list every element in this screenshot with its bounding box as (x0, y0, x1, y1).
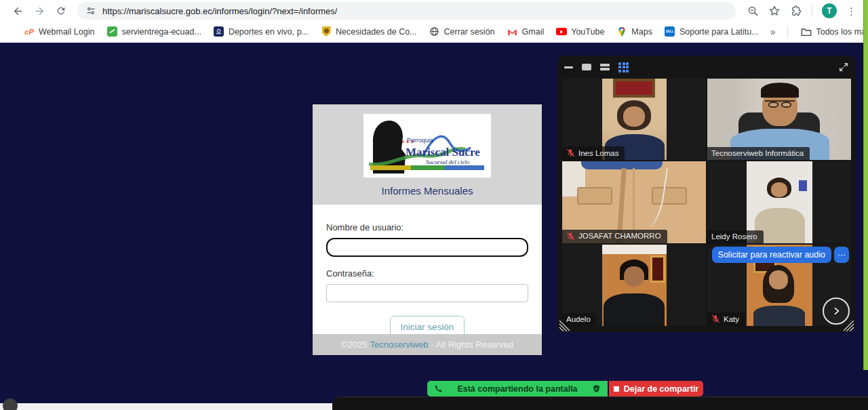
login-card-footer: ©2025 Tecnoserviweb - All Rights Reserve… (313, 334, 542, 355)
site-info-icon[interactable] (85, 5, 96, 16)
parroquia-mariscal-sucre-logo: Parroquia ✳✳✳ Mariscal Sucre Sucursal de… (363, 114, 491, 178)
browser-toolbar: https://mariscalsucre.gob.ec/informes/lo… (0, 0, 868, 22)
participant-name: Leidy Rosero (711, 232, 757, 241)
participant-name: JOSAFAT CHAMORRO (578, 232, 661, 240)
meeting-panel[interactable]: Ines Lomas Tecnoserviweb Informática JOS… (557, 56, 856, 332)
footer-rights: - All Rights Reserved (431, 340, 513, 350)
shield-icon (321, 26, 332, 37)
toolbar-divider (812, 5, 812, 17)
zoom-out-icon[interactable] (747, 5, 759, 17)
stop-share-label: Dejar de compartir (624, 384, 698, 394)
expand-icon[interactable] (838, 62, 849, 73)
participant-name: Ines Lomas (578, 149, 618, 157)
gmail-icon (507, 26, 518, 37)
youtube-icon (556, 26, 567, 37)
back-icon[interactable] (9, 2, 26, 20)
screen-share-border (863, 0, 868, 370)
participant-grid: Ines Lomas Tecnoserviweb Informática JOS… (562, 79, 851, 326)
request-unmute-button[interactable]: Solicitar para reactivar audio (712, 247, 831, 263)
screen-share-bar: Está compartiendo la pantalla Dejar de c… (427, 381, 703, 396)
bookmarks-overflow-icon[interactable]: » (770, 26, 776, 37)
bookmark-necesidades[interactable]: Necesidades de Co... (321, 26, 417, 37)
extensions-icon[interactable] (790, 5, 802, 17)
minimize-icon[interactable] (564, 66, 573, 68)
footer-brand-link[interactable]: Tecnoserviweb (370, 340, 429, 350)
taskbar-edge (0, 403, 334, 410)
speaker-view-icon[interactable] (582, 64, 591, 70)
login-card: Parroquia ✳✳✳ Mariscal Sucre Sucursal de… (313, 104, 542, 355)
sharing-status: Está compartiendo la pantalla (427, 381, 608, 396)
username-label: Nombre de usuario: (326, 222, 528, 232)
shield-check-icon (592, 384, 601, 393)
participant-tile-audelo-active-speaker[interactable]: Audelo (562, 245, 706, 326)
stop-share-button[interactable]: Dejar de compartir (609, 381, 703, 396)
participant-nameplate: JOSAFAT CHAMORRO (562, 230, 667, 243)
cpanel-icon: cP (24, 26, 35, 37)
globe-icon (429, 26, 440, 37)
resize-handle-right[interactable] (844, 321, 854, 331)
page-title: Informes Mensuales (313, 185, 542, 197)
strip-view-icon[interactable] (600, 64, 610, 71)
meeting-toolbar-edge (332, 396, 868, 410)
bookmark-cerrar-sesion[interactable]: Cerrar sesión (429, 26, 495, 37)
url-text[interactable]: https://mariscalsucre.gob.ec/informes/lo… (102, 6, 337, 16)
participant-nameplate: Tecnoserviweb Informática (707, 147, 810, 160)
floating-bubble[interactable] (3, 398, 18, 410)
participant-tile-ines[interactable]: Ines Lomas (562, 79, 706, 160)
chevron-right-icon (831, 306, 842, 316)
footer-year: ©2025 (341, 340, 368, 350)
profile-avatar[interactable]: T (822, 3, 837, 18)
participant-name: Audelo (566, 315, 591, 323)
login-form: Nombre de usuario: Contraseña: Iniciar s… (313, 205, 542, 338)
svg-text:Sucursal del cielo: Sucursal del cielo (426, 159, 470, 165)
mic-muted-icon (566, 148, 575, 157)
participant-video (602, 245, 667, 326)
bookmark-maps[interactable]: Maps (616, 26, 652, 37)
resize-handle-left[interactable] (559, 321, 570, 331)
reload-icon[interactable] (52, 2, 70, 20)
participant-tile-tecnoserviweb[interactable]: Tecnoserviweb Informática (707, 79, 851, 160)
servientrega-icon (106, 26, 117, 37)
participant-name: Tecnoserviweb Informática (711, 149, 804, 157)
svg-text:✳✳✳: ✳✳✳ (401, 139, 414, 145)
bookmark-deportes[interactable]: Deportes en vivo, p... (214, 26, 309, 37)
all-bookmarks-button[interactable]: Todos los marcadores (801, 26, 868, 37)
forward-icon[interactable] (31, 2, 48, 20)
participant-nameplate: Leidy Rosero (707, 230, 764, 243)
participant-tile-josafat[interactable]: JOSAFAT CHAMORRO (562, 161, 706, 243)
username-field[interactable] (326, 238, 528, 257)
participant-name: Katy (724, 315, 739, 323)
svg-text:Mariscal Sucre: Mariscal Sucre (406, 146, 480, 159)
dell-icon: DELL (665, 26, 675, 37)
bookmarks-right-divider (787, 26, 788, 38)
meeting-panel-header (557, 56, 856, 73)
url-bar[interactable]: https://mariscalsucre.gob.ec/informes/lo… (77, 2, 736, 20)
bookmark-gmail[interactable]: Gmail (507, 26, 545, 37)
gallery-view-icon[interactable] (618, 62, 629, 73)
folder-icon (801, 26, 812, 37)
bookmark-webmail[interactable]: cP Webmail Login (24, 26, 94, 37)
login-card-header: Parroquia ✳✳✳ Mariscal Sucre Sucursal de… (313, 104, 542, 205)
phone-icon (434, 384, 443, 393)
mic-muted-icon (566, 232, 575, 241)
participant-nameplate: Katy (707, 312, 745, 326)
participant-nameplate: Ines Lomas (562, 146, 625, 160)
bookmark-star-icon[interactable] (768, 5, 781, 17)
bookmark-dell-soporte[interactable]: DELL Soporte para Latitu... (665, 26, 759, 37)
browser-chrome: https://mariscalsucre.gob.ec/informes/lo… (0, 0, 868, 43)
stop-icon (614, 386, 619, 392)
password-field[interactable] (326, 284, 528, 302)
bookmark-servientrega[interactable]: servientrega-ecuad... (106, 26, 201, 37)
password-label: Contraseña: (326, 268, 528, 279)
menu-kebab-icon[interactable]: ⋮ (846, 6, 856, 16)
more-options-button[interactable]: ··· (834, 247, 849, 263)
participant-tile-leidy[interactable]: Leidy Rosero (707, 161, 851, 243)
mic-muted-icon (711, 314, 720, 323)
sharing-status-text: Está compartiendo la pantalla (448, 384, 587, 394)
deportes-icon (214, 26, 224, 37)
webpage-background: Parroquia ✳✳✳ Mariscal Sucre Sucursal de… (0, 43, 868, 410)
bookmark-youtube[interactable]: YouTube (556, 26, 604, 37)
maps-pin-icon (616, 26, 627, 37)
bookmarks-bar: cP Webmail Login servientrega-ecuad... D… (0, 22, 868, 42)
